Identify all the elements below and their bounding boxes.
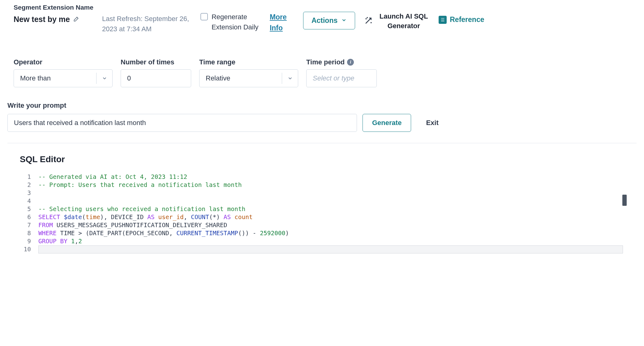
actions-label: Actions — [311, 16, 337, 25]
time-period-placeholder: Select or type — [313, 74, 354, 82]
info-icon[interactable]: i — [347, 59, 354, 66]
launch-ai-sql-generator-button[interactable]: Launch AI SQL Generator — [364, 4, 430, 31]
prompt-input[interactable] — [7, 114, 357, 132]
magic-wand-icon — [364, 16, 373, 27]
line-gutter: 1 2 3 4 5 6 7 8 9 10 — [20, 173, 38, 253]
operator-value: More than — [14, 74, 96, 82]
sql-editor-title: SQL Editor — [20, 154, 624, 164]
number-of-times-label: Number of times — [121, 58, 191, 66]
chevron-down-icon — [341, 16, 347, 25]
segment-extension-name-label: Segment Extension Name — [14, 4, 93, 11]
sql-editor[interactable]: 1 2 3 4 5 6 7 8 9 10 -- Generated via AI… — [20, 173, 624, 253]
edit-icon[interactable] — [73, 15, 80, 24]
svg-point-2 — [371, 22, 371, 23]
operator-select[interactable]: More than — [14, 69, 113, 87]
time-range-value: Relative — [200, 74, 282, 82]
time-period-input[interactable]: Select or type — [306, 69, 377, 87]
chevron-down-icon — [282, 73, 298, 84]
time-range-label: Time range — [199, 58, 298, 66]
reference-label: Reference — [450, 15, 484, 24]
generate-button[interactable]: Generate — [363, 114, 411, 132]
reference-link[interactable]: ☰ Reference — [439, 4, 484, 24]
number-of-times-input[interactable]: 0 — [121, 69, 191, 87]
chevron-down-icon — [96, 73, 112, 84]
time-range-select[interactable]: Relative — [199, 69, 298, 87]
code-content[interactable]: -- Generated via AI at: Oct 4, 2023 11:1… — [38, 173, 624, 253]
time-period-label: Time period i — [306, 58, 377, 66]
prompt-label: Write your prompt — [7, 102, 637, 110]
svg-point-0 — [366, 19, 367, 19]
regenerate-daily-label: Regenerate Extension Daily — [212, 12, 261, 32]
more-info-link[interactable]: More Info — [270, 4, 294, 33]
actions-button[interactable]: Actions — [303, 12, 355, 29]
scrollbar-thumb[interactable] — [622, 195, 627, 206]
regenerate-daily-checkbox[interactable] — [200, 13, 208, 20]
sql-editor-panel: SQL Editor 1 2 3 4 5 6 7 8 9 10 -- Gener… — [7, 143, 637, 253]
exit-button[interactable]: Exit — [417, 119, 448, 127]
operator-label: Operator — [14, 58, 113, 66]
svg-point-1 — [367, 17, 368, 18]
page-title: New test by me — [14, 15, 70, 24]
launch-ai-label: Launch AI SQL Generator — [377, 12, 430, 31]
last-refresh-text: Last Refresh: September 26, 2023 at 7:34… — [102, 4, 192, 34]
reference-icon: ☰ — [439, 16, 447, 24]
number-of-times-value: 0 — [127, 74, 131, 82]
